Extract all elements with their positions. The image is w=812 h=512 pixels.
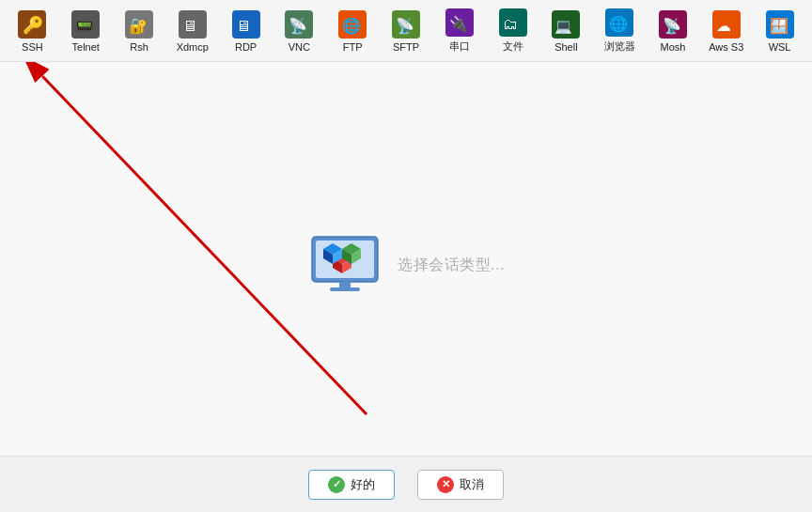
mosh-icon: 📡 [658, 9, 688, 39]
svg-text:🪟: 🪟 [770, 17, 789, 35]
svg-text:📡: 📡 [663, 17, 681, 35]
rsh-icon: 🔐 [124, 9, 154, 39]
ok-button[interactable]: ✓ 好的 [308, 470, 395, 500]
ftp-icon: 🌐 [337, 9, 367, 39]
ok-icon: ✓ [328, 476, 345, 493]
toolbar-item-mosh[interactable]: 📡Mosh [648, 6, 698, 56]
toolbar-item-awss3[interactable]: ☁Aws S3 [701, 6, 751, 56]
awss3-icon: ☁ [711, 9, 742, 39]
svg-text:📡: 📡 [289, 17, 307, 35]
monitor-icon [307, 232, 383, 298]
toolbar-label-rsh: Rsh [130, 41, 148, 53]
svg-text:🔑: 🔑 [23, 15, 44, 36]
main-content: 选择会话类型... [0, 62, 812, 505]
toolbar-item-rdp[interactable]: 🖥RDP [221, 6, 271, 56]
svg-text:🔌: 🔌 [449, 15, 468, 33]
cancel-icon: ✕ [437, 476, 454, 493]
rdp-icon: 🖥 [231, 9, 261, 39]
toolbar-item-vnc[interactable]: 📡VNC [274, 6, 324, 56]
toolbar-label-telnet: Telnet [72, 41, 100, 53]
toolbar-label-rdp: RDP [235, 41, 257, 53]
toolbar-label-wsl: WSL [769, 41, 791, 53]
svg-text:📟: 📟 [75, 17, 94, 35]
toolbar-item-wsl[interactable]: 🪟WSL [755, 6, 804, 56]
toolbar-item-telnet[interactable]: 📟Telnet [61, 6, 111, 56]
toolbar-label-vnc: VNC [289, 41, 310, 53]
toolbar-item-rsh[interactable]: 🔐Rsh [115, 6, 164, 56]
svg-text:🌐: 🌐 [342, 17, 361, 35]
toolbar-label-file: 文件 [503, 39, 523, 54]
toolbar-label-ftp: FTP [343, 41, 363, 53]
ssh-icon: 🔑 [17, 9, 47, 39]
svg-rect-44 [330, 287, 360, 291]
cancel-label: 取消 [460, 476, 484, 493]
svg-text:🖥: 🖥 [182, 18, 197, 34]
toolbar-item-serial[interactable]: 🔌串口 [434, 4, 484, 57]
toolbar-label-ssh: SSH [22, 41, 43, 53]
toolbar-item-sftp[interactable]: 📡SFTP [382, 6, 431, 56]
svg-rect-43 [339, 282, 351, 287]
svg-text:💻: 💻 [554, 18, 572, 35]
svg-text:🗂: 🗂 [503, 16, 518, 32]
cancel-button[interactable]: ✕ 取消 [417, 470, 504, 500]
toolbar: 🔑SSH📟Telnet🔐Rsh🖥Xdmcp🖥RDP📡VNC🌐FTP📡SFTP🔌串… [0, 0, 812, 62]
toolbar-label-shell: Shell [554, 41, 577, 53]
wsl-icon: 🪟 [765, 9, 795, 39]
serial-icon: 🔌 [445, 8, 475, 38]
toolbar-label-awss3: Aws S3 [709, 41, 743, 53]
svg-text:📡: 📡 [396, 17, 414, 35]
xdmcp-icon: 🖥 [178, 9, 208, 39]
toolbar-label-mosh: Mosh [661, 41, 686, 53]
svg-text:🔐: 🔐 [129, 17, 148, 35]
shell-icon: 💻 [551, 9, 581, 39]
session-type-widget: 选择会话类型... [307, 232, 505, 298]
toolbar-item-browser[interactable]: 🌐浏览器 [595, 4, 645, 57]
ok-label: 好的 [351, 476, 375, 493]
vnc-icon: 📡 [284, 9, 314, 39]
svg-text:☁: ☁ [716, 18, 731, 34]
toolbar-label-serial: 串口 [449, 39, 470, 54]
toolbar-label-sftp: SFTP [393, 41, 419, 53]
file-icon: 🗂 [498, 8, 528, 38]
browser-icon: 🌐 [604, 8, 634, 38]
toolbar-item-xdmcp[interactable]: 🖥Xdmcp [167, 6, 217, 56]
toolbar-label-xdmcp: Xdmcp [177, 41, 209, 53]
toolbar-item-file[interactable]: 🗂文件 [488, 4, 538, 57]
toolbar-item-ssh[interactable]: 🔑SSH [8, 6, 57, 56]
bottom-bar: ✓ 好的 ✕ 取消 [0, 456, 812, 512]
toolbar-item-ftp[interactable]: 🌐FTP [328, 6, 378, 56]
telnet-icon: 📟 [70, 9, 101, 39]
session-placeholder-text: 选择会话类型... [398, 256, 505, 275]
svg-text:🖥: 🖥 [236, 18, 251, 34]
sftp-icon: 📡 [391, 9, 421, 39]
svg-text:🌐: 🌐 [609, 15, 628, 33]
toolbar-item-shell[interactable]: 💻Shell [541, 6, 591, 56]
toolbar-label-browser: 浏览器 [604, 39, 635, 54]
